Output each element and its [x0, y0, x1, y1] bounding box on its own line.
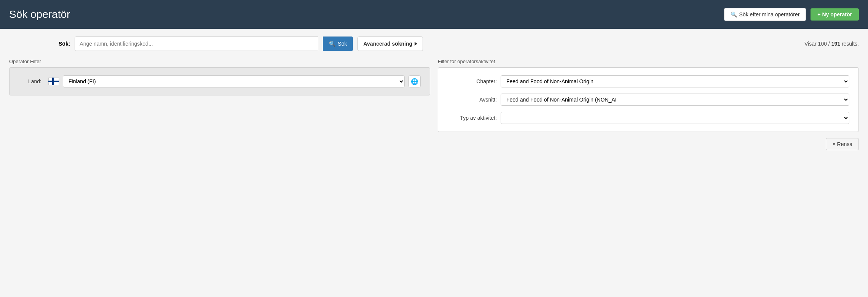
filters-row: Operator Filter Land: Finland (FI) 🌐: [9, 59, 859, 132]
clear-button[interactable]: × Rensa: [826, 138, 859, 150]
chapter-label: Chapter:: [447, 78, 497, 84]
bottom-row: × Rensa: [9, 138, 859, 150]
globe-icon: 🌐: [411, 78, 418, 85]
typ-label: Typ av aktivitet:: [447, 115, 497, 121]
operator-filter-title: Operator Filter: [9, 59, 430, 64]
land-label: Land:: [19, 78, 41, 84]
search-row: Sök: 🔍 Sök Avancerad sökning Visar 100 /…: [9, 37, 859, 51]
header-actions: 🔍 Sök efter mina operatörer + Ny operatö…: [724, 8, 859, 21]
chapter-select[interactable]: Feed and Food of Non-Animal Origin: [501, 75, 849, 87]
activity-filter-title: Filter för operatörsaktivitet: [438, 59, 859, 64]
finland-flag-icon: [48, 78, 59, 85]
typ-select[interactable]: [501, 112, 849, 124]
search-icon: 🔍: [731, 11, 737, 17]
page-title: Sök operatör: [9, 8, 70, 21]
search-my-operators-button[interactable]: 🔍 Sök efter mina operatörer: [724, 8, 806, 21]
search-button-icon: 🔍: [329, 41, 335, 47]
avsnitt-select[interactable]: Feed and Food of Non-Animal Origin (NON_…: [501, 94, 849, 106]
results-text: Visar 100 / 191 results.: [804, 41, 859, 47]
header: Sök operatör 🔍 Sök efter mina operatörer…: [0, 0, 868, 29]
typ-row: Typ av aktivitet:: [447, 112, 849, 124]
activity-filter-box: Chapter: Feed and Food of Non-Animal Ori…: [438, 67, 859, 132]
chapter-row: Chapter: Feed and Food of Non-Animal Ori…: [447, 75, 849, 87]
search-label: Sök:: [59, 41, 70, 47]
search-input[interactable]: [75, 37, 318, 51]
country-select[interactable]: Finland (FI): [63, 75, 405, 87]
chevron-right-icon: [415, 42, 417, 46]
main-content: Sök: 🔍 Sök Avancerad sökning Visar 100 /…: [0, 29, 868, 297]
activity-filter-section: Filter för operatörsaktivitet Chapter: F…: [438, 59, 859, 132]
operator-filter-box: Land: Finland (FI) 🌐: [9, 67, 430, 95]
land-row: Land: Finland (FI) 🌐: [19, 75, 421, 87]
search-button[interactable]: 🔍 Sök: [323, 37, 353, 51]
avsnitt-row: Avsnitt: Feed and Food of Non-Animal Ori…: [447, 94, 849, 106]
operator-filter-section: Operator Filter Land: Finland (FI) 🌐: [9, 59, 430, 132]
avsnitt-label: Avsnitt:: [447, 97, 497, 103]
new-operator-button[interactable]: + Ny operatör: [811, 8, 859, 21]
advanced-search-button[interactable]: Avancerad sökning: [357, 37, 423, 51]
globe-button[interactable]: 🌐: [408, 75, 421, 87]
